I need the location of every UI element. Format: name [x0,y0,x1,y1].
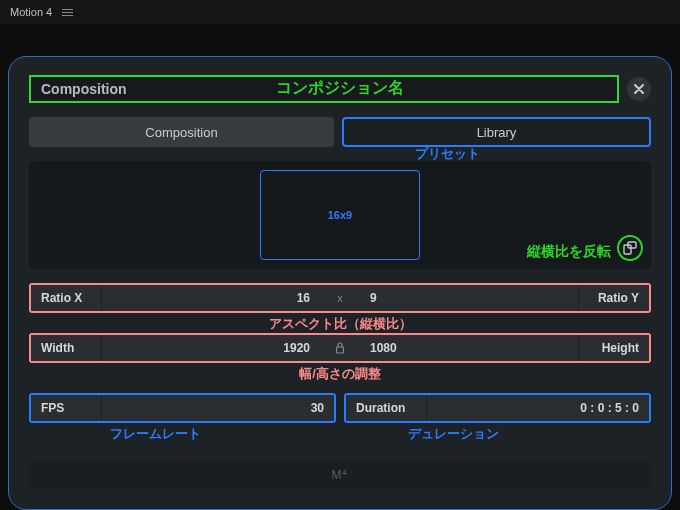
height-value[interactable]: 1080 [360,335,578,361]
ratio-y-value[interactable]: 9 [360,285,578,311]
annotation-flip: 縦横比を反転 [527,243,611,261]
annotation-comp-name: コンポジション名 [276,78,404,99]
width-value[interactable]: 1920 [102,335,320,361]
svg-rect-2 [337,347,344,353]
annotation-aspect: アスペクト比（縦横比） [269,315,412,333]
ratio-separator: x [320,285,360,311]
tab-library[interactable]: Library [342,117,651,147]
aspect-ratio-tile[interactable]: 16x9 [260,170,420,260]
lock-icon[interactable] [320,335,360,361]
flip-icon [623,241,637,255]
tab-composition[interactable]: Composition [29,117,334,147]
size-row: Width 1920 1080 Height [29,333,651,363]
annotation-size: 幅/高さの調整 [299,365,381,383]
duration-value[interactable]: 0 : 0 : 5 : 0 [427,395,649,421]
ratio-x-value[interactable]: 16 [102,285,320,311]
app-title: Motion 4 [10,6,52,18]
duration-field: Duration 0 : 0 : 5 : 0 [344,393,651,423]
fps-label: FPS [31,395,101,421]
annotation-fps: フレームレート [110,425,201,443]
app-bar: Motion 4 [0,0,680,24]
annotation-duration: デュレーション [408,425,499,443]
close-icon [634,84,644,94]
fps-value[interactable]: 30 [102,395,334,421]
ratio-y-label: Ratio Y [579,285,649,311]
ratio-x-label: Ratio X [31,285,101,311]
footer-button[interactable]: M⁴ [29,461,651,489]
width-label: Width [31,335,101,361]
composition-panel: Composition コンポジション名 Composition Library… [8,56,672,510]
fps-field: FPS 30 [29,393,336,423]
flip-aspect-button[interactable] [617,235,643,261]
duration-label: Duration [346,395,426,421]
height-label: Height [579,335,649,361]
close-button[interactable] [627,77,651,101]
aspect-ratio-row: Ratio X 16 x 9 Ratio Y [29,283,651,313]
menu-icon[interactable] [62,9,73,16]
aspect-preview: 16x9 縦横比を反転 [29,161,651,269]
